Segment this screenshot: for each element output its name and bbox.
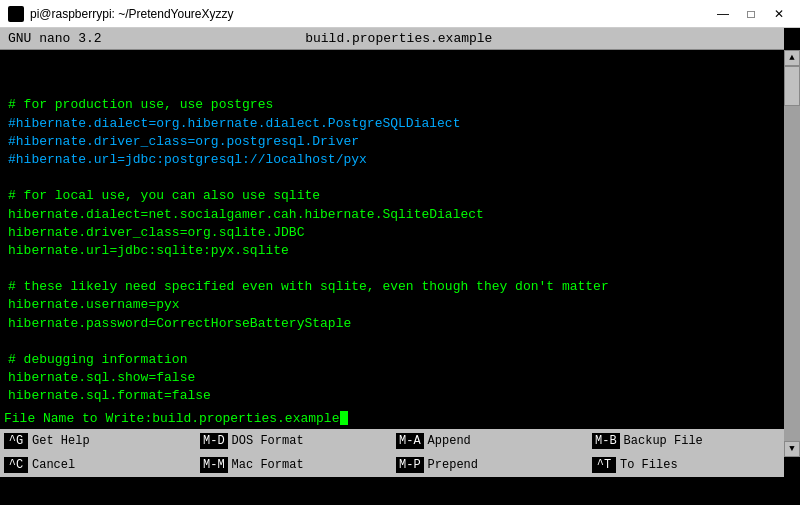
editor-line-commented2: #hibernate.driver_class=org.postgresql.D… [8, 134, 359, 149]
editor-line-blank1 [8, 79, 16, 94]
nano-filename: build.properties.example [305, 31, 492, 46]
editor-line-sql-format: hibernate.sql.format=false [8, 388, 211, 403]
shortcut-label-mac-format: Mac Format [232, 458, 304, 472]
editor-line-username: hibernate.username=pyx [8, 297, 180, 312]
shortcut-label-backup-file: Backup File [624, 434, 703, 448]
editor-line-sql-show: hibernate.sql.show=false [8, 370, 195, 385]
nano-topbar: GNU nano 3.2 build.properties.example [0, 28, 784, 50]
editor-line-comment2: # for local use, you can also use sqlite [8, 188, 320, 203]
filename-bar[interactable]: File Name to Write: build.properties.exa… [0, 407, 784, 429]
shortcut-dos-format[interactable]: M-D DOS Format [196, 429, 392, 453]
editor-line-blank3 [8, 261, 16, 276]
shortcut-key-md: M-D [200, 433, 228, 449]
window-title: pi@raspberrypi: ~/PretendYoureXyzzy [30, 7, 710, 21]
shortcut-bar: ^G Get Help M-D DOS Format M-A Append M-… [0, 429, 784, 477]
shortcut-label-append: Append [428, 434, 471, 448]
minimize-button[interactable]: — [710, 4, 736, 24]
editor-line-commented3: #hibernate.url=jdbc:postgresql://localho… [8, 152, 367, 167]
editor-line-comment1: # for production use, use postgres [8, 97, 273, 112]
shortcut-prepend[interactable]: M-P Prepend [392, 453, 588, 477]
scroll-up-arrow[interactable]: ▲ [784, 50, 800, 66]
shortcut-row-2: ^C Cancel M-M Mac Format M-P Prepend ^T … [0, 453, 784, 477]
scroll-down-arrow[interactable]: ▼ [784, 441, 800, 457]
filename-prompt: File Name to Write: [4, 411, 152, 426]
nano-version: GNU nano 3.2 [8, 31, 102, 46]
editor-line-blank4 [8, 334, 16, 349]
shortcut-key-c: ^C [4, 457, 28, 473]
editor-line-url: hibernate.url=jdbc:sqlite:pyx.sqlite [8, 243, 289, 258]
shortcut-cancel[interactable]: ^C Cancel [0, 453, 196, 477]
shortcut-key-t: ^T [592, 457, 616, 473]
shortcut-backup-file[interactable]: M-B Backup File [588, 429, 784, 453]
shortcut-label-to-files: To Files [620, 458, 678, 472]
shortcut-mac-format[interactable]: M-M Mac Format [196, 453, 392, 477]
shortcut-key-mb: M-B [592, 433, 620, 449]
shortcut-label-get-help: Get Help [32, 434, 90, 448]
terminal-window: pi@raspberrypi: ~/PretendYoureXyzzy — □ … [0, 0, 800, 505]
editor-line-password: hibernate.password=CorrectHorseBatterySt… [8, 316, 351, 331]
main-content: GNU nano 3.2 build.properties.example # … [0, 28, 784, 477]
close-button[interactable]: ✕ [766, 4, 792, 24]
window-controls: — □ ✕ [710, 4, 792, 24]
editor-line-comment3: # these likely need specified even with … [8, 279, 609, 294]
window-icon [8, 6, 24, 22]
filename-cursor [340, 411, 348, 425]
shortcut-key-ma: M-A [396, 433, 424, 449]
editor-line-dialect: hibernate.dialect=net.socialgamer.cah.hi… [8, 207, 484, 222]
shortcut-key-mp: M-P [396, 457, 424, 473]
editor-line-commented1: #hibernate.dialect=org.hibernate.dialect… [8, 116, 460, 131]
shortcut-key-mm: M-M [200, 457, 228, 473]
scrollbar[interactable]: ▲ ▼ [784, 50, 800, 457]
shortcut-key-g: ^G [4, 433, 28, 449]
editor-line-driver: hibernate.driver_class=org.sqlite.JDBC [8, 225, 304, 240]
scroll-track[interactable] [784, 66, 800, 441]
editor-line-comment4: # debugging information [8, 352, 187, 367]
editor-line-blank2 [8, 170, 16, 185]
shortcut-row-1: ^G Get Help M-D DOS Format M-A Append M-… [0, 429, 784, 453]
filename-value: build.properties.example [152, 411, 339, 426]
shortcut-label-dos-format: DOS Format [232, 434, 304, 448]
shortcut-append[interactable]: M-A Append [392, 429, 588, 453]
shortcut-label-prepend: Prepend [428, 458, 478, 472]
scroll-thumb[interactable] [784, 66, 800, 106]
maximize-button[interactable]: □ [738, 4, 764, 24]
window-titlebar: pi@raspberrypi: ~/PretendYoureXyzzy — □ … [0, 0, 800, 28]
shortcut-to-files[interactable]: ^T To Files [588, 453, 784, 477]
editor-area[interactable]: # for production use, use postgres #hibe… [0, 50, 784, 407]
shortcut-get-help[interactable]: ^G Get Help [0, 429, 196, 453]
shortcut-label-cancel: Cancel [32, 458, 75, 472]
